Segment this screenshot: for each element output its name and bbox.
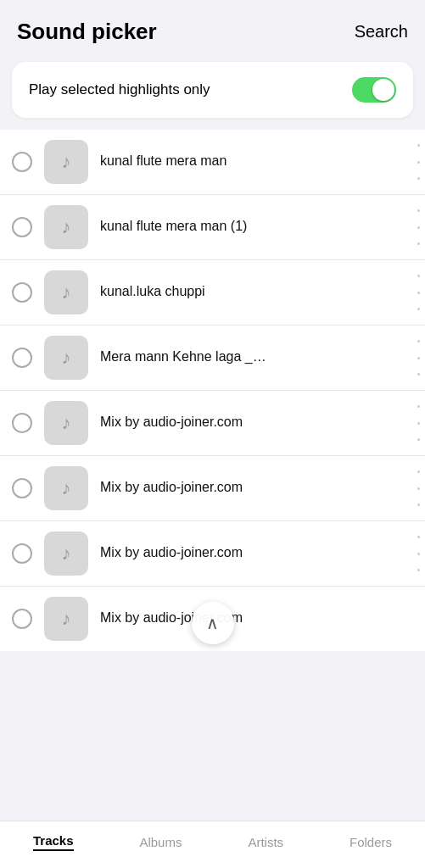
music-note-icon: ♪ [62, 347, 71, 369]
scrollbar-dot [417, 275, 420, 277]
scroll-up-icon: ∧ [206, 615, 219, 632]
header: Sound picker Search [0, 0, 425, 58]
track-thumbnail: ♪ [44, 336, 88, 380]
highlight-toggle-label: Play selected highlights only [29, 81, 210, 98]
track-name: kunal.luka chuppi [100, 284, 411, 299]
scrollbar-dot [417, 357, 420, 359]
scrollbar-dot [417, 340, 420, 342]
music-note-icon: ♪ [62, 412, 71, 434]
scrollbar-dot [417, 470, 420, 473]
track-info: Mix by audio-joiner.com [100, 480, 411, 497]
scrollbar-dot [417, 373, 420, 376]
track-thumbnail: ♪ [44, 140, 88, 184]
scroll-up-button[interactable]: ∧ [192, 602, 234, 644]
scrollbar-dot [417, 226, 420, 229]
highlight-toggle-card: Play selected highlights only [12, 62, 413, 118]
toggle-thumb [372, 79, 394, 101]
track-info: kunal.luka chuppi [100, 284, 411, 301]
scrollbar-dot [417, 161, 420, 164]
track-thumbnail: ♪ [44, 401, 88, 445]
scrollbar-dot [417, 422, 420, 425]
scrollbar-dot [417, 553, 420, 555]
track-info: Mix by audio-joiner.com [100, 415, 411, 431]
track-radio-button[interactable] [12, 282, 32, 303]
track-radio-button[interactable] [12, 152, 32, 172]
scrollbar-indicator [415, 195, 422, 259]
track-name: Mix by audio-joiner.com [100, 415, 411, 430]
scrollbar-dot [417, 242, 420, 245]
bottom-navigation: TracksAlbumsArtistsFolders [0, 821, 425, 868]
track-item[interactable]: ♪ kunal flute mera man [0, 130, 425, 195]
nav-item-tracks[interactable]: Tracks [16, 833, 91, 851]
scrollbar-dot [417, 487, 420, 490]
track-thumbnail: ♪ [44, 205, 88, 249]
nav-label-tracks: Tracks [33, 833, 74, 851]
track-radio-button[interactable] [12, 478, 32, 498]
scrollbar-indicator [415, 521, 422, 586]
search-button[interactable]: Search [355, 22, 408, 42]
nav-label-folders: Folders [350, 835, 392, 849]
track-list: ♪ kunal flute mera man ♪ kunal flute mer… [0, 130, 425, 651]
scrollbar-dot [417, 504, 420, 506]
scrollbar-indicator [415, 391, 422, 455]
track-thumbnail: ♪ [44, 597, 88, 641]
music-note-icon: ♪ [62, 216, 71, 238]
track-thumbnail: ♪ [44, 270, 88, 314]
track-radio-button[interactable] [12, 348, 32, 368]
track-info: Mera mann Kehne laga _… [100, 349, 411, 366]
scrollbar-dot [417, 438, 420, 441]
track-name: kunal flute mera man [100, 153, 411, 169]
track-name: Mix by audio-joiner.com [100, 610, 411, 626]
scrollbar-indicator [415, 260, 422, 325]
scrollbar-indicator [415, 326, 422, 390]
scrollbar-dot [417, 209, 420, 212]
track-item[interactable]: ♪ kunal flute mera man (1) [0, 195, 425, 260]
track-name: kunal flute mera man (1) [100, 219, 411, 234]
track-item[interactable]: ♪ kunal.luka chuppi [0, 260, 425, 326]
track-name: Mix by audio-joiner.com [100, 545, 411, 560]
track-thumbnail: ♪ [44, 466, 88, 510]
track-name: Mera mann Kehne laga _… [100, 349, 411, 364]
highlight-toggle-switch[interactable] [352, 77, 396, 103]
track-name: Mix by audio-joiner.com [100, 480, 411, 495]
scrollbar-dot [417, 292, 420, 294]
track-info: Mix by audio-joiner.com [100, 610, 411, 627]
track-list-container: ♪ kunal flute mera man ♪ kunal flute mer… [0, 130, 425, 719]
track-radio-button[interactable] [12, 543, 32, 564]
nav-item-albums[interactable]: Albums [122, 835, 199, 849]
nav-item-folders[interactable]: Folders [333, 835, 409, 849]
music-note-icon: ♪ [62, 151, 71, 173]
scrollbar-dot [417, 177, 420, 180]
track-item[interactable]: ♪ Mix by audio-joiner.com [0, 391, 425, 456]
nav-label-albums: Albums [139, 835, 182, 849]
track-info: Mix by audio-joiner.com [100, 545, 411, 562]
track-info: kunal flute mera man [100, 153, 411, 170]
music-note-icon: ♪ [62, 281, 71, 303]
nav-label-artists: Artists [248, 835, 283, 849]
scrollbar-dot [417, 144, 420, 147]
scrollbar-dot [417, 569, 420, 571]
music-note-icon: ♪ [62, 542, 71, 565]
scrollbar-dot [417, 308, 420, 310]
scrollbar-dot [417, 536, 420, 538]
track-info: kunal flute mera man (1) [100, 219, 411, 236]
scrollbar-dot [417, 405, 420, 408]
track-radio-button[interactable] [12, 413, 32, 433]
track-thumbnail: ♪ [44, 531, 88, 576]
track-radio-button[interactable] [12, 609, 32, 629]
track-item[interactable]: ♪ Mera mann Kehne laga _… [0, 326, 425, 391]
page-title: Sound picker [17, 19, 157, 45]
scrollbar-indicator [415, 456, 422, 520]
scrollbar-indicator [415, 130, 422, 194]
music-note-icon: ♪ [62, 608, 71, 630]
track-radio-button[interactable] [12, 217, 32, 237]
track-item[interactable]: ♪ Mix by audio-joiner.com [0, 456, 425, 521]
music-note-icon: ♪ [62, 477, 71, 499]
nav-item-artists[interactable]: Artists [231, 835, 300, 849]
track-item[interactable]: ♪ Mix by audio-joiner.com [0, 521, 425, 587]
